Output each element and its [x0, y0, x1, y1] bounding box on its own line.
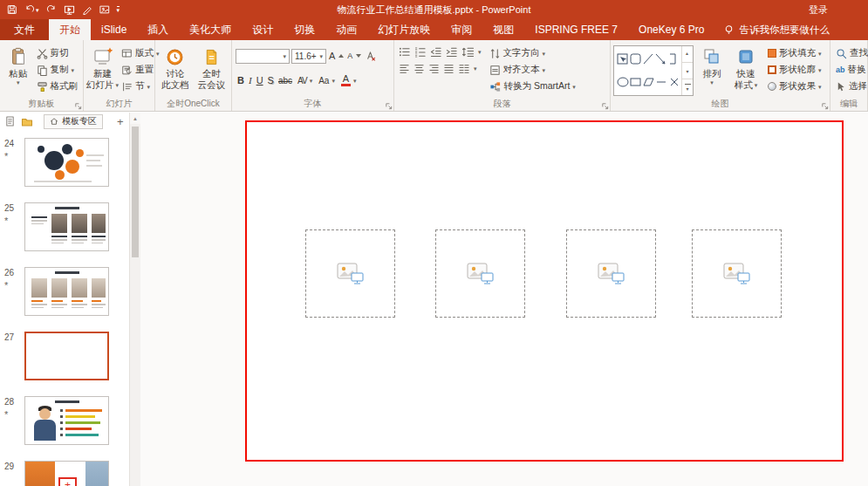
arrange-button[interactable]: 排列 ▾ [697, 44, 727, 98]
align-text-button[interactable]: 对齐文本 ▾ [487, 62, 578, 78]
shrink-font-button[interactable]: A [346, 48, 362, 64]
line-spacing-button[interactable] [461, 46, 475, 58]
tab-file[interactable]: 文件 [0, 19, 49, 40]
cloud-meeting-button[interactable]: 全时 云会议 [195, 44, 229, 98]
shapes-gallery-rows[interactable] [616, 47, 682, 94]
underline-button[interactable]: U [256, 75, 263, 86]
shape-effects-button[interactable]: 形状效果 ▾ [765, 79, 824, 94]
tab-review[interactable]: 审阅 [441, 19, 482, 40]
save-button[interactable] [7, 4, 17, 15]
picture-icon [99, 4, 110, 15]
shape-outline-button[interactable]: 形状轮廓 ▾ [765, 62, 824, 78]
sign-in-link[interactable]: 登录 [809, 3, 868, 17]
drawing-dialog-launcher[interactable] [821, 102, 829, 110]
template-zone-tab[interactable]: 模板专区 [44, 114, 103, 129]
justify-button[interactable] [443, 64, 455, 74]
shape-fill-button[interactable]: 形状填充 ▾ [765, 45, 824, 61]
change-case-button[interactable]: Aa▾ [318, 72, 336, 88]
scrollbar-up-button[interactable]: ▲ [130, 113, 140, 124]
new-slide-button[interactable]: 新建 幻灯片▾ [86, 44, 119, 98]
paste-button[interactable]: 粘贴 ▾ [3, 44, 34, 98]
ribbon-group-quanshi: 讨论 此文档 全时 云会议 全时OneClick [155, 40, 232, 111]
quick-styles-button[interactable]: 快速 样式▾ [730, 44, 762, 98]
numbering-button[interactable] [414, 46, 427, 58]
tab-view[interactable]: 视图 [482, 19, 524, 40]
shapes-gallery[interactable]: ▾ ▾ ▾ [613, 45, 694, 96]
insert-picture-button[interactable] [99, 4, 110, 15]
strikethrough-button[interactable]: abc [278, 76, 292, 86]
shapes-row-1 [616, 47, 682, 71]
align-left-button[interactable] [399, 64, 410, 74]
tab-ispring[interactable]: ISPRING FREE 7 [524, 19, 628, 40]
tab-onekey[interactable]: OneKey 6 Pro [628, 19, 714, 40]
reset-icon [121, 65, 133, 76]
slide-25-thumbnail[interactable] [24, 202, 109, 251]
shapes-gallery-more-button[interactable]: ▾ [682, 79, 693, 95]
tab-design[interactable]: 设计 [242, 19, 284, 40]
font-dialog-launcher[interactable] [385, 102, 393, 110]
undo-dropdown-arrow[interactable]: ▾ [36, 7, 39, 13]
text-shadow-button[interactable]: S [268, 75, 274, 86]
convert-to-smartart-button[interactable]: 转换为 SmartArt ▾ [487, 79, 578, 94]
smartart-icon [489, 81, 502, 92]
scrollbar-thumb[interactable] [132, 127, 139, 257]
draw-pen-button[interactable] [82, 4, 92, 15]
current-slide[interactable] [245, 120, 844, 462]
shapes-scroll-down-button[interactable]: ▾ [682, 63, 693, 79]
group-label-quanshi: 全时OneClick [155, 98, 231, 110]
picture-placeholder-2[interactable] [435, 229, 525, 318]
slide-26-thumbnail[interactable] [24, 267, 109, 316]
picture-placeholder-3[interactable] [566, 229, 656, 318]
new-document-icon[interactable] [4, 115, 16, 127]
font-color-button[interactable]: A ▾ [340, 72, 358, 88]
paragraph-dialog-launcher[interactable] [601, 102, 609, 110]
font-size-combo[interactable]: 11.6+▾ [291, 49, 326, 64]
tab-transitions[interactable]: 切换 [284, 19, 325, 40]
open-folder-icon[interactable] [21, 116, 33, 127]
font-name-combo[interactable]: ▾ [236, 49, 290, 64]
tell-me-box[interactable]: 告诉我你想要做什么 [714, 19, 838, 40]
group-label-font: 字体 [232, 98, 393, 110]
tab-insert[interactable]: 插入 [137, 19, 179, 40]
tab-slideshow[interactable]: 幻灯片放映 [367, 19, 441, 40]
shapes-scroll-up-button[interactable]: ▾ [682, 46, 693, 63]
new-slide-icon [92, 45, 113, 68]
columns-button[interactable] [458, 64, 470, 74]
redo-button[interactable] [46, 4, 57, 15]
clipboard-dialog-launcher[interactable] [74, 102, 82, 110]
replace-button[interactable]: ab 替换 ▾ [833, 62, 865, 78]
picture-placeholder-4[interactable] [692, 229, 782, 318]
character-spacing-button[interactable]: AV▾ [297, 72, 313, 88]
align-center-button[interactable] [413, 64, 425, 74]
slide-28-thumbnail[interactable] [24, 396, 109, 445]
tab-meihuadashi[interactable]: 美化大师 [179, 19, 242, 40]
text-direction-button[interactable]: 文字方向 ▾ [487, 45, 578, 61]
slide-24-thumbnail[interactable] [24, 138, 109, 187]
tab-home[interactable]: 开始 [49, 19, 91, 40]
bold-button[interactable]: B [237, 75, 244, 86]
align-right-button[interactable] [428, 64, 440, 74]
discuss-document-button[interactable]: 讨论 此文档 [158, 44, 193, 98]
find-button[interactable]: 查找 [833, 45, 865, 61]
start-slideshow-button[interactable] [64, 4, 75, 16]
tab-islide[interactable]: iSlide [91, 19, 137, 40]
grow-font-button[interactable]: A [328, 48, 345, 64]
bullets-button[interactable] [399, 46, 411, 58]
customize-qat-button[interactable]: ▾ [117, 6, 120, 13]
clear-formatting-button[interactable] [364, 48, 377, 64]
powerpoint-window: ▾ ▾ 物流行业工作总结通用模板.pptx - PowerPoint 登录 文件… [0, 0, 868, 486]
italic-button[interactable]: I [249, 75, 252, 86]
picture-placeholder-1[interactable] [305, 229, 395, 318]
slide-29-thumbnail[interactable]: + [24, 461, 109, 486]
slide-27-thumbnail-selected[interactable] [24, 332, 109, 380]
select-button[interactable]: 选择 ▾ [833, 79, 865, 94]
decrease-indent-button[interactable] [430, 46, 442, 58]
undo-button[interactable]: ▾ [24, 4, 39, 15]
cut-button[interactable]: 剪切 [34, 45, 81, 61]
format-painter-button[interactable]: 格式刷 [34, 79, 81, 94]
add-tab-button[interactable]: + [117, 116, 124, 127]
thumbnail-scrollbar[interactable]: ▲ [129, 113, 140, 486]
increase-indent-button[interactable] [446, 46, 458, 58]
copy-button[interactable]: 复制 ▾ [34, 62, 81, 78]
tab-animations[interactable]: 动画 [325, 19, 367, 40]
